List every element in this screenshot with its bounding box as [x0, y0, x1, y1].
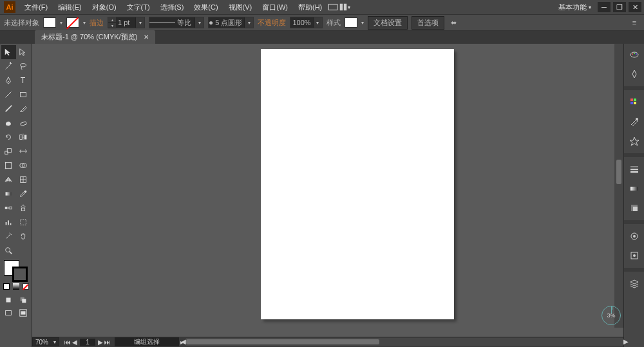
- swatches-panel-icon[interactable]: [627, 95, 641, 109]
- brush-definition[interactable]: ●5 点圆形▾: [208, 17, 254, 28]
- fill-stroke-indicator[interactable]: [1, 259, 30, 282]
- svg-rect-33: [20, 220, 26, 225]
- zoom-tool[interactable]: [1, 243, 16, 258]
- graphic-styles-panel-icon[interactable]: [627, 249, 641, 263]
- color-panel-icon[interactable]: [627, 48, 641, 62]
- type-tool[interactable]: T: [16, 73, 31, 88]
- gradient-mode[interactable]: [11, 282, 21, 291]
- menu-effect[interactable]: 效果(C): [189, 3, 223, 12]
- hand-tool[interactable]: [16, 229, 31, 243]
- tab-close-icon[interactable]: ✕: [144, 33, 149, 41]
- artboard-nav-next[interactable]: ▶⏭: [95, 339, 113, 346]
- draw-normal[interactable]: [1, 294, 16, 306]
- opacity-input[interactable]: 100%▾: [290, 17, 322, 28]
- svg-rect-9: [20, 135, 23, 140]
- symbols-panel-icon[interactable]: [627, 134, 641, 148]
- scale-tool[interactable]: [1, 144, 16, 158]
- artboard-tool[interactable]: [16, 215, 31, 229]
- canvas[interactable]: 3%: [32, 44, 623, 337]
- transparency-panel-icon[interactable]: [627, 201, 641, 215]
- blob-brush-tool[interactable]: [1, 116, 16, 130]
- layers-panel-icon[interactable]: [627, 277, 641, 291]
- stroke-color[interactable]: [12, 267, 28, 282]
- menu-select[interactable]: 选择(S): [155, 3, 189, 12]
- graphic-style-dropdown[interactable]: ▾: [361, 20, 364, 26]
- none-mode[interactable]: [21, 282, 30, 291]
- svg-rect-30: [6, 222, 7, 225]
- menu-window[interactable]: 窗口(W): [257, 3, 293, 12]
- variable-width-profile[interactable]: 等比▾: [149, 17, 204, 28]
- color-mode[interactable]: [1, 282, 11, 291]
- direct-selection-tool[interactable]: [16, 45, 31, 59]
- screen-mode-normal[interactable]: [1, 306, 16, 319]
- color-guide-panel-icon[interactable]: [627, 67, 641, 81]
- width-tool[interactable]: [16, 144, 31, 158]
- magic-wand-tool[interactable]: [1, 59, 16, 73]
- gradient-tool[interactable]: [1, 187, 16, 201]
- perspective-grid-tool[interactable]: [1, 173, 16, 187]
- line-tool[interactable]: [1, 88, 16, 102]
- prefs-button[interactable]: 首选项: [412, 16, 444, 30]
- column-graph-tool[interactable]: [1, 215, 16, 229]
- status-tool-label[interactable]: 编组选择: [115, 337, 179, 346]
- menu-help[interactable]: 帮助(H): [293, 3, 327, 12]
- fill-dropdown[interactable]: ▾: [60, 20, 62, 26]
- blend-tool[interactable]: [1, 201, 16, 215]
- document-tab[interactable]: 未标题-1 @ 70% (CMYK/预览) ✕: [35, 30, 155, 44]
- horizontal-scrollbar[interactable]: ◀▶: [186, 338, 623, 346]
- reflect-tool[interactable]: [16, 130, 31, 144]
- svg-point-44: [634, 53, 635, 54]
- free-transform-tool[interactable]: [1, 158, 16, 173]
- menu-edit[interactable]: 编辑(E): [53, 3, 87, 12]
- menu-view[interactable]: 视图(V): [223, 3, 258, 12]
- screen-mode-full[interactable]: [16, 306, 31, 319]
- shape-builder-tool[interactable]: [16, 158, 31, 173]
- window-close-button[interactable]: ✕: [629, 2, 641, 12]
- graphic-style-swatch[interactable]: [345, 17, 357, 28]
- paintbrush-tool[interactable]: [1, 102, 16, 116]
- arrange-icon[interactable]: ▾: [339, 2, 350, 12]
- opacity-label[interactable]: 不透明度: [258, 18, 286, 28]
- fill-swatch[interactable]: [43, 17, 56, 28]
- symbol-sprayer-tool[interactable]: [16, 201, 31, 215]
- pen-tool[interactable]: [1, 73, 16, 88]
- vertical-scrollbar[interactable]: [614, 44, 623, 328]
- selection-tool[interactable]: [1, 45, 16, 59]
- stroke-swatch[interactable]: [66, 17, 79, 28]
- window-min-button[interactable]: ─: [598, 2, 611, 12]
- menu-file[interactable]: 文件(F): [19, 3, 53, 12]
- menu-object[interactable]: 对象(O): [87, 3, 122, 12]
- control-menu-icon[interactable]: ≡: [629, 17, 640, 28]
- toolbox: T: [0, 44, 32, 347]
- artboard-nav[interactable]: ⏮◀: [62, 339, 80, 346]
- pencil-tool[interactable]: [16, 102, 31, 116]
- lasso-tool[interactable]: [16, 59, 31, 73]
- menu-bar: Ai 文件(F) 编辑(E) 对象(O) 文字(T) 选择(S) 效果(C) 视…: [0, 0, 644, 14]
- artboard-number-input[interactable]: 1: [80, 339, 95, 346]
- align-icon[interactable]: ⬌: [448, 17, 460, 28]
- doc-setup-button[interactable]: 文档设置: [368, 16, 408, 30]
- mesh-tool[interactable]: [16, 173, 31, 187]
- stroke-dropdown[interactable]: ▾: [83, 20, 86, 26]
- stroke-label[interactable]: 描边: [90, 18, 104, 28]
- zoom-level[interactable]: 70%▾: [32, 337, 59, 346]
- eyedropper-tool[interactable]: [16, 187, 31, 201]
- gradient-panel-icon[interactable]: [627, 182, 641, 196]
- svg-rect-38: [22, 299, 26, 303]
- brushes-panel-icon[interactable]: [627, 115, 641, 129]
- eraser-tool[interactable]: [16, 116, 31, 130]
- rectangle-tool[interactable]: [16, 88, 31, 102]
- stroke-panel-icon[interactable]: [627, 162, 641, 176]
- rotate-tool[interactable]: [1, 130, 16, 144]
- svg-rect-31: [8, 220, 9, 225]
- window-max-button[interactable]: ❐: [613, 2, 626, 12]
- svg-rect-0: [329, 5, 338, 10]
- stroke-weight-input[interactable]: ▴▾1 pt▾: [108, 17, 145, 28]
- slice-tool[interactable]: [1, 229, 16, 243]
- artboard[interactable]: [261, 49, 454, 319]
- cloud-icon[interactable]: [327, 2, 339, 12]
- appearance-panel-icon[interactable]: [627, 229, 641, 243]
- menu-type[interactable]: 文字(T): [122, 3, 155, 12]
- workspace-switcher[interactable]: 基本功能▾: [554, 3, 595, 12]
- draw-behind[interactable]: [16, 294, 31, 306]
